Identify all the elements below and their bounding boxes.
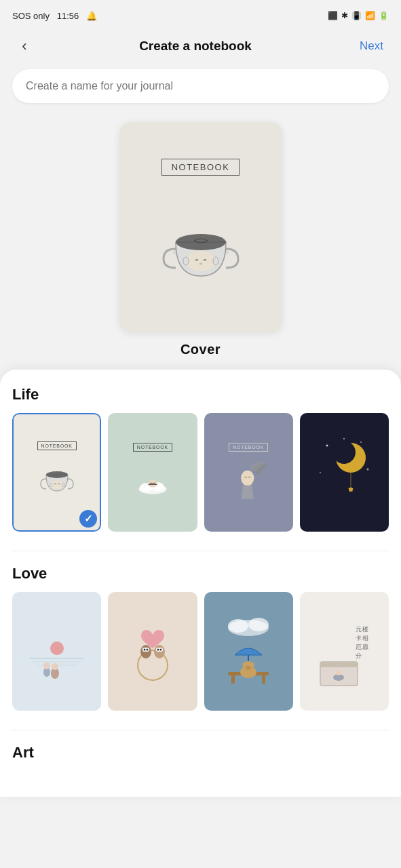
svg-point-8 [50,480,64,490]
svg-text:愿: 愿 [362,644,368,650]
svg-point-34 [52,663,58,670]
life-covers-grid: NOTEBOOK ✓ [12,413,389,532]
love-covers-grid: 元 楼 卡 相 厄 愿 分 [12,592,389,711]
svg-text:卡: 卡 [356,635,362,642]
status-bar: SOS only 11:56 🔔 ⬛ ✱ 📳 📶 🔋 [0,0,401,30]
svg-point-4 [183,257,189,265]
svg-point-59 [246,666,251,670]
thumb-illustration-life3 [230,454,267,502]
nfc-icon: ⬛ [328,11,338,20]
svg-point-20 [367,468,369,470]
svg-point-32 [43,663,50,669]
wifi-icon: 📶 [365,11,375,20]
next-button[interactable]: Next [354,37,389,56]
svg-rect-53 [231,675,235,684]
svg-point-19 [320,472,321,473]
svg-text:元: 元 [356,626,362,633]
svg-point-18 [343,438,345,439]
svg-point-42 [154,645,165,658]
svg-rect-54 [262,675,265,684]
cover-life4[interactable] [300,413,389,532]
svg-point-5 [213,257,218,265]
separator-love-art [12,730,389,730]
separator-life-love [12,551,389,551]
bottom-sheet: Life NOTEBOOK [0,370,401,797]
svg-rect-69 [320,662,358,667]
thumb-illustration-life2 [132,454,173,502]
svg-point-3 [199,262,202,264]
back-button[interactable]: ‹ [12,37,37,55]
svg-point-58 [250,662,254,667]
cover-love2[interactable] [108,592,197,711]
svg-point-10 [62,483,64,487]
svg-point-2 [186,251,216,271]
cover-main-illustration [157,188,245,296]
status-icons: ⬛ ✱ 📳 📶 🔋 [328,11,389,20]
cover-love1[interactable] [12,592,101,711]
thumb-label-life1: NOTEBOOK [37,441,77,450]
svg-point-17 [360,441,362,443]
thumb-illustration-life4 [313,432,375,513]
category-life: Life NOTEBOOK [12,386,389,532]
thumb-illustration-life1 [37,453,77,504]
thumb-illustration-love3 [218,611,279,692]
cover-life3[interactable]: NOTEBOOK [204,413,293,532]
thumb-illustration-love4: 元 楼 卡 相 厄 愿 分 [313,611,375,692]
svg-point-25 [349,488,353,492]
cover-preview-card: NOTEBOOK [119,122,282,332]
svg-point-71 [336,670,341,675]
cover-preview-section: NOTEBOOK Cover [0,111,401,363]
svg-point-40 [143,648,145,650]
category-love: Love [12,565,389,711]
page-title: Create a notebook [139,39,252,54]
name-input-section [0,64,401,111]
category-life-title: Life [12,386,389,403]
svg-point-7 [46,471,68,478]
svg-point-49 [228,619,248,633]
cover-life1[interactable]: NOTEBOOK ✓ [12,413,101,532]
cover-love4[interactable]: 元 楼 卡 相 厄 愿 分 [300,592,389,711]
battery-icon: 🔋 [379,11,389,20]
svg-point-6 [45,476,69,481]
header: ‹ Create a notebook Next [0,30,401,64]
cover-section-label: Cover [180,342,221,357]
svg-point-1 [176,234,226,250]
selected-check-life1: ✓ [79,510,97,528]
notebook-label: NOTEBOOK [161,159,240,176]
bluetooth-icon: ✱ [341,11,348,20]
thumb-illustration-love2 [122,611,183,692]
svg-text:分: 分 [356,652,362,659]
category-art-title: Art [12,744,389,762]
svg-point-46 [159,648,161,650]
thumb-label-life2: NOTEBOOK [133,443,172,452]
journal-name-input[interactable] [12,69,389,103]
svg-point-16 [326,444,328,446]
svg-text:厄: 厄 [356,644,362,650]
cover-love3[interactable] [204,592,293,711]
svg-text:相: 相 [362,635,368,642]
cover-life2[interactable]: NOTEBOOK [108,413,197,532]
svg-point-22 [332,441,356,464]
thumb-label-life3: NOTEBOOK [229,443,268,452]
svg-point-57 [243,662,248,667]
svg-point-41 [146,648,148,650]
svg-point-45 [157,648,159,650]
svg-point-50 [248,618,269,631]
svg-point-27 [50,642,64,655]
svg-point-9 [50,483,52,487]
svg-point-37 [140,645,151,658]
status-left: SOS only 11:56 🔔 [12,11,97,21]
svg-point-15 [241,471,254,486]
vibrate-icon: 📳 [351,11,362,20]
svg-text:楼: 楼 [362,626,368,633]
category-art: Art [12,744,389,762]
thumb-illustration-love1 [26,611,88,692]
category-love-title: Love [12,565,389,583]
